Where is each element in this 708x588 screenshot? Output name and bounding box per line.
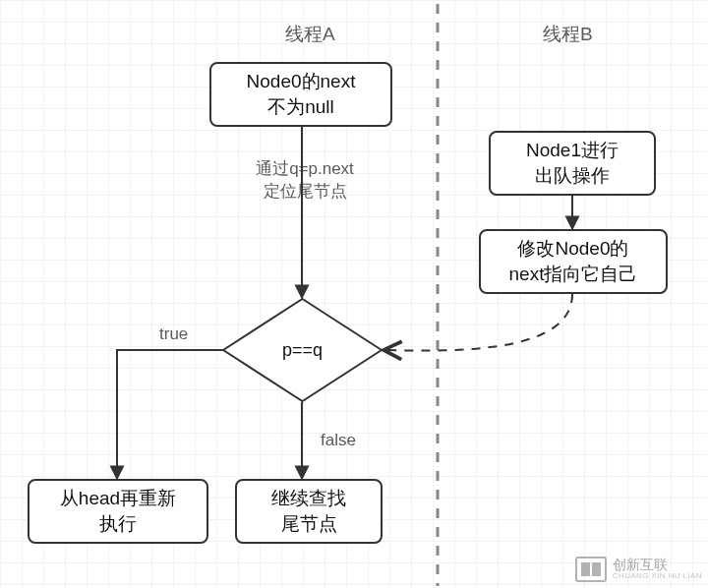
edge-label-via-q: 通过q=p.next定位尾节点: [236, 157, 374, 203]
node-right-end-text: 继续查找尾节点: [271, 486, 346, 536]
watermark: 创新互联 CHUANG XIN HU LIAN: [575, 557, 702, 582]
node-decision: p==q: [222, 298, 383, 402]
node-right-end: 继续查找尾节点: [235, 479, 383, 544]
node-start-a: Node0的next不为null: [209, 62, 392, 127]
node-left-end: 从head再重新执行: [28, 479, 208, 544]
node-start-b: Node1进行出队操作: [489, 131, 656, 196]
edge-label-true: true: [159, 324, 188, 344]
watermark-logo-icon: [575, 557, 607, 582]
node-decision-text: p==q: [222, 298, 383, 402]
edge-b-modify-to-decision: [385, 294, 572, 351]
watermark-sub: CHUANG XIN HU LIAN: [613, 572, 702, 580]
lane-header-b: 线程B: [543, 22, 593, 47]
edge-label-false: false: [321, 431, 356, 450]
node-start-b-text: Node1进行出队操作: [526, 138, 619, 188]
node-start-a-text: Node0的next不为null: [247, 69, 356, 119]
node-modify-b: 修改Node0的next指向它自己: [479, 229, 668, 294]
flowchart-canvas: 线程A 线程B Node0的next不为null Node1进行出队操作 修改N…: [0, 0, 708, 588]
node-modify-b-text: 修改Node0的next指向它自己: [509, 236, 638, 286]
watermark-brand: 创新互联: [613, 558, 702, 572]
edge-decision-true: [117, 350, 223, 479]
lane-header-a: 线程A: [285, 22, 335, 47]
node-left-end-text: 从head再重新执行: [60, 486, 176, 536]
